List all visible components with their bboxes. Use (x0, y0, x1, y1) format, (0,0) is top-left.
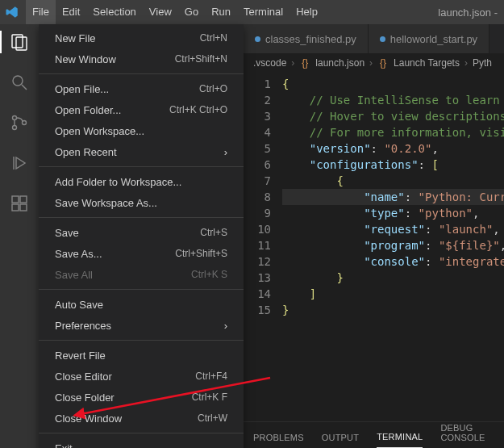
menu-item-close-editor[interactable]: Close EditorCtrl+F4 (39, 366, 244, 387)
code-line[interactable]: // For more information, visi (282, 124, 504, 140)
breadcrumb-segment[interactable]: .vscode (253, 57, 286, 69)
menu-help[interactable]: Help (289, 0, 324, 24)
panel-tab-problems[interactable]: PROBLEMS (253, 433, 304, 448)
breadcrumbs[interactable]: .vscode›{}launch.json›{}Launch Targets›P… (244, 53, 504, 73)
code-line[interactable]: // Hover to view descriptions (282, 108, 504, 124)
breadcrumb-segment[interactable]: Launch Targets (394, 57, 460, 69)
menu-item-label: Save All (55, 269, 191, 281)
code-line[interactable]: "version": "0.2.0", (282, 140, 504, 157)
app-logo (5, 5, 19, 19)
json-icon: {} (299, 57, 310, 69)
breadcrumb-sep: › (291, 57, 294, 69)
code-line[interactable]: } (282, 302, 504, 318)
menu-item-new-file[interactable]: New FileCtrl+N (39, 27, 244, 48)
window-title: launch.json - (438, 6, 498, 19)
menu-go[interactable]: Go (178, 0, 205, 24)
editor-area: classes_finished.pyhelloworld_start.py .… (244, 24, 504, 448)
line-number: 15 (244, 302, 271, 318)
menu-file[interactable]: File (26, 0, 56, 24)
svg-marker-7 (16, 157, 25, 169)
code-line[interactable]: } (282, 270, 504, 286)
code-line[interactable]: { (282, 173, 504, 189)
scm-icon[interactable] (8, 111, 31, 134)
line-number: 12 (244, 253, 271, 270)
code-content[interactable]: { // Use IntelliSense to learn // Hover … (282, 73, 504, 448)
breadcrumb-segment[interactable]: Pyth (473, 57, 492, 69)
line-number: 9 (244, 205, 271, 221)
menu-item-shortcut: Ctrl+N (200, 32, 227, 44)
code-line[interactable]: "program": "${file}", (282, 237, 504, 253)
code-line[interactable]: "console": "integrate (282, 253, 504, 270)
editor-tab[interactable]: classes_finished.py (244, 24, 369, 53)
line-number: 4 (244, 124, 271, 140)
tab-label: classes_finished.py (265, 33, 356, 45)
svg-rect-9 (20, 196, 27, 203)
menu-item-save-workspace-as[interactable]: Save Workspace As... (39, 192, 244, 213)
line-gutter: 123456789101112131415 (244, 73, 282, 448)
panel-tabs: PROBLEMSOUTPUTTERMINALDEBUG CONSOLE (244, 421, 504, 448)
breadcrumb-segment[interactable]: launch.json (315, 57, 364, 69)
code-line[interactable]: "configurations": [ (282, 157, 504, 173)
menu-terminal[interactable]: Terminal (237, 0, 289, 24)
menu-separator (39, 166, 244, 167)
menu-separator (39, 433, 244, 433)
menu-item-open-folder[interactable]: Open Folder...Ctrl+K Ctrl+O (39, 99, 244, 120)
panel-tab-terminal[interactable]: TERMINAL (377, 432, 423, 448)
svg-rect-10 (12, 204, 19, 211)
line-number: 13 (244, 270, 271, 286)
menu-item-add-folder-to-workspace[interactable]: Add Folder to Workspace... (39, 171, 244, 192)
menu-item-new-window[interactable]: New WindowCtrl+Shift+N (39, 48, 244, 69)
menu-edit[interactable]: Edit (56, 0, 86, 24)
line-number: 8 (244, 189, 271, 205)
line-number: 7 (244, 173, 271, 189)
menu-run[interactable]: Run (205, 0, 237, 24)
menu-item-revert-file[interactable]: Revert File (39, 345, 244, 366)
search-icon[interactable] (8, 71, 31, 94)
code-line[interactable]: // Use IntelliSense to learn (282, 92, 504, 108)
menu-item-shortcut: Ctrl+F4 (195, 371, 227, 382)
svg-point-2 (13, 76, 23, 86)
menu-view[interactable]: View (143, 0, 178, 24)
menu-item-preferences[interactable]: Preferences› (39, 315, 244, 336)
python-icon (380, 36, 385, 42)
tab-label: helloworld_start.py (390, 33, 477, 45)
menu-item-label: Open Recent (55, 146, 224, 158)
menu-item-shortcut: Ctrl+W (198, 412, 227, 424)
explorer-icon[interactable] (8, 31, 31, 53)
menu-item-open-workspace[interactable]: Open Workspace... (39, 120, 244, 141)
menu-item-shortcut: Ctrl+S (200, 227, 227, 238)
debug-icon[interactable] (8, 152, 31, 174)
menu-item-save[interactable]: SaveCtrl+S (39, 222, 244, 243)
menu-item-label: Preferences (55, 320, 224, 332)
menu-item-exit[interactable]: Exit (39, 438, 244, 448)
menu-item-close-folder[interactable]: Close FolderCtrl+K F (39, 387, 244, 408)
menu-item-shortcut: Ctrl+O (199, 83, 227, 94)
panel-tab-debug-console[interactable]: DEBUG CONSOLE (440, 423, 494, 448)
extensions-icon[interactable] (8, 192, 31, 215)
menu-item-close-window[interactable]: Close WindowCtrl+W (39, 408, 244, 429)
line-number: 6 (244, 157, 271, 173)
code-line[interactable]: { (282, 76, 504, 92)
title-bar: FileEditSelectionViewGoRunTerminalHelp l… (0, 0, 504, 24)
code-line[interactable]: ] (282, 286, 504, 302)
menu-selection[interactable]: Selection (86, 0, 142, 24)
menu-item-label: Revert File (55, 350, 227, 362)
code-line[interactable]: "name": "Python: Curr (282, 189, 504, 205)
menu-item-label: Open Folder... (55, 104, 169, 116)
menu-item-save-as[interactable]: Save As...Ctrl+Shift+S (39, 243, 244, 264)
code-line[interactable]: "request": "launch", (282, 221, 504, 237)
editor-tab[interactable]: helloworld_start.py (369, 24, 489, 53)
menu-item-open-recent[interactable]: Open Recent› (39, 141, 244, 162)
menu-item-label: Close Folder (55, 391, 192, 404)
breadcrumb-sep: › (369, 57, 373, 69)
panel-tab-output[interactable]: OUTPUT (322, 433, 359, 448)
code-line[interactable]: "type": "python", (282, 205, 504, 221)
menu-item-label: Add Folder to Workspace... (55, 176, 227, 188)
svg-rect-8 (12, 196, 19, 203)
menu-item-shortcut: Ctrl+K F (192, 391, 227, 403)
menu-item-auto-save[interactable]: Auto Save (39, 294, 244, 315)
line-number: 1 (244, 76, 271, 92)
file-menu-dropdown: New FileCtrl+NNew WindowCtrl+Shift+NOpen… (39, 24, 244, 448)
menu-item-open-file[interactable]: Open File...Ctrl+O (39, 78, 244, 99)
activity-bar (0, 24, 39, 448)
